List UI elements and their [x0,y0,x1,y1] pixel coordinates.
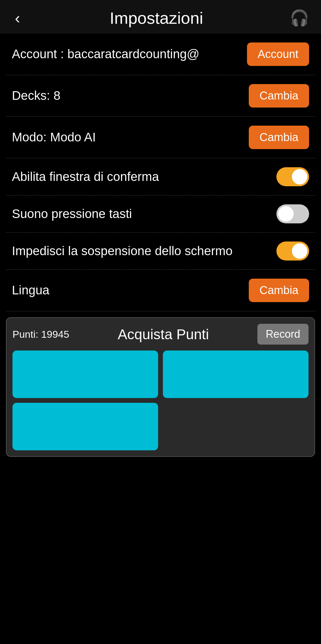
confirm-row: Abilita finestra di conferma [6,158,315,195]
bottom-space [0,463,321,641]
settings-container: Account : baccaratcardcounting@ Account … [0,34,321,311]
decks-row: Decks: 8 Cambia [6,75,315,117]
language-change-button[interactable]: Cambia [249,279,309,302]
points-section: Punti: 19945 Acquista Punti Record [6,317,315,457]
iap-box-1[interactable] [12,351,158,398]
iap-grid [12,351,309,450]
prevent-slider [276,241,309,261]
account-button[interactable]: Account [247,42,309,66]
sound-toggle-container [276,204,309,223]
points-header: Punti: 19945 Acquista Punti Record [12,324,309,345]
acquista-title: Acquista Punti [118,326,209,342]
account-label: Account : baccaratcardcounting@ [12,46,247,62]
language-label: Lingua [12,282,249,299]
iap-box-3[interactable] [12,403,158,450]
points-label: Punti: 19945 [12,329,69,340]
prevent-toggle[interactable] [276,241,309,261]
decks-label: Decks: 8 [12,88,249,104]
sound-row: Suono pressione tasti [6,195,315,233]
prevent-row: Impedisci la sospensione dello schermo [6,233,315,270]
mode-label: Modo: Modo AI [12,129,249,146]
page-title: Impostazioni [23,8,290,28]
confirm-toggle[interactable] [276,167,309,186]
prevent-label: Impedisci la sospensione dello schermo [12,243,276,259]
record-button[interactable]: Record [257,324,309,345]
mode-change-button[interactable]: Cambia [249,126,309,149]
sound-label: Suono pressione tasti [12,206,276,222]
iap-box-2[interactable] [163,351,309,398]
decks-change-button[interactable]: Cambia [249,84,309,108]
confirm-label: Abilita finestra di conferma [12,169,276,185]
sound-slider [276,204,309,223]
headphone-icon[interactable]: 🎧 [290,9,309,27]
confirm-toggle-container [276,167,309,186]
back-button[interactable]: ‹ [12,10,23,26]
account-row: Account : baccaratcardcounting@ Account [6,34,315,75]
mode-row: Modo: Modo AI Cambia [6,117,315,158]
sound-toggle[interactable] [276,204,309,223]
language-row: Lingua Cambia [6,270,315,311]
header: ‹ Impostazioni 🎧 [0,0,321,34]
prevent-toggle-container [276,241,309,261]
confirm-slider [276,167,309,186]
